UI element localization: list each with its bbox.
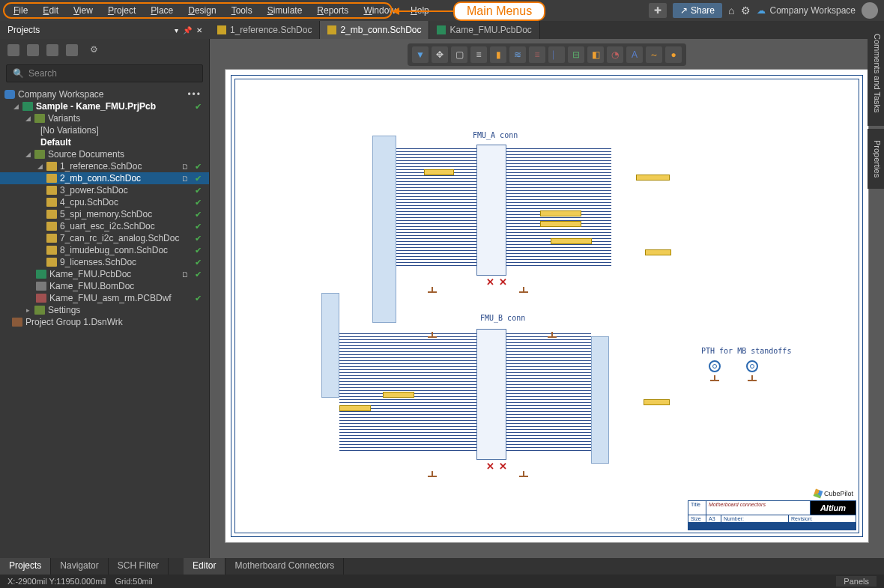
expand-icon[interactable]: ◢	[36, 163, 43, 170]
bottom-tabs: Projects Navigator SCH Filter Editor Mot…	[0, 558, 884, 575]
workspace-selector[interactable]: ☁ Company Workspace	[757, 5, 856, 16]
menu-reports[interactable]: Reports	[309, 2, 356, 19]
share-button[interactable]: ↗ Share	[673, 3, 722, 18]
tb-title-value: Motherboard connectors	[706, 501, 811, 515]
standoff	[709, 360, 721, 372]
menu-project[interactable]: Project	[100, 2, 143, 19]
doc-tab-2[interactable]: 2_mb_conn.SchDoc	[320, 21, 429, 39]
select-icon[interactable]: ▢	[451, 46, 467, 63]
tree-pcbdoc[interactable]: Kame_FMU.PcbDoc🗋✔	[0, 268, 209, 280]
menu-simulate[interactable]: Simulate	[260, 2, 310, 19]
panels-button[interactable]: Panels	[836, 576, 877, 587]
shape-icon[interactable]: ●	[665, 46, 682, 63]
notification-icon[interactable]: ✚	[649, 3, 667, 18]
standoff-title: PTH for MB standoffs	[701, 347, 791, 355]
folder-icon	[34, 306, 45, 315]
align-icon[interactable]: ≡	[470, 46, 487, 63]
more-icon[interactable]: •••	[187, 89, 205, 100]
tree-project-group[interactable]: Project Group 1.DsnWrk	[0, 316, 209, 328]
tree-pcbdwf[interactable]: Kame_FMU_asm_rm.PCBDwf✔	[0, 292, 209, 304]
home-icon[interactable]: ⌂	[728, 4, 734, 16]
toolbar-btn-1[interactable]	[7, 44, 19, 56]
canvas[interactable]: FMU_A conn	[210, 39, 884, 558]
tree-doc[interactable]: 5_spi_memory.SchDoc✔	[0, 208, 209, 220]
tree-doc[interactable]: 9_licenses.SchDoc✔	[0, 256, 209, 268]
check-icon: ✔	[195, 174, 205, 184]
expand-icon[interactable]: ◢	[12, 103, 19, 110]
connector-b	[476, 329, 506, 460]
tb-size-label: Size	[688, 515, 706, 522]
user-avatar[interactable]	[862, 2, 878, 19]
panel-pin-icon[interactable]: 📌	[183, 26, 192, 34]
sheet-icon[interactable]: ◔	[607, 46, 623, 63]
search-input[interactable]: 🔍 Search	[6, 64, 203, 82]
doc-tab-1[interactable]: 1_reference.SchDoc	[210, 21, 320, 39]
text-icon[interactable]: A	[626, 46, 643, 63]
component-icon[interactable]: ▮	[490, 46, 506, 63]
tree-doc[interactable]: ◢1_reference.SchDoc🗋✔	[0, 160, 209, 172]
tree-doc[interactable]: 6_uart_esc_i2c.SchDoc✔	[0, 220, 209, 232]
btab-projects[interactable]: Projects	[0, 558, 51, 575]
menu-edit[interactable]: Edit	[35, 2, 66, 19]
expand-icon[interactable]: ▸	[24, 306, 31, 314]
menu-design[interactable]: Design	[181, 2, 223, 19]
btab-mbconnectors[interactable]: Motherboard Connectors	[225, 558, 344, 575]
tree-no-variations[interactable]: [No Variations]	[0, 124, 209, 136]
toolbar-btn-2[interactable]	[27, 44, 39, 56]
panel-close-icon[interactable]: ✕	[196, 26, 202, 34]
menu-file[interactable]: File	[6, 2, 35, 19]
side-tab-properties[interactable]: Properties	[868, 129, 884, 189]
tree-workspace[interactable]: Company Workspace•••	[0, 88, 209, 100]
schematic-sheet[interactable]: FMU_A conn	[225, 69, 869, 543]
btab-navigator[interactable]: Navigator	[51, 558, 108, 575]
btab-editor[interactable]: Editor	[184, 558, 225, 575]
toolbar-btn-5[interactable]: ⚙	[90, 44, 98, 56]
check-icon: ✔	[195, 270, 205, 279]
gnd-symbol	[548, 332, 557, 341]
filter-icon[interactable]: ▼	[412, 46, 429, 63]
no-erc-mark: ✕	[486, 276, 494, 288]
folder-icon	[34, 150, 45, 159]
port-icon[interactable]: ⊟	[568, 46, 584, 63]
side-tab-comments[interactable]: Comments and Tasks	[868, 21, 884, 126]
schdoc-icon	[46, 174, 57, 183]
tb-title-label: Title	[688, 501, 706, 515]
netlabel-icon[interactable]: ⎸	[548, 46, 565, 63]
tree-source-docs[interactable]: ◢Source Documents	[0, 148, 209, 160]
schdoc-icon	[46, 162, 57, 171]
panel-dropdown-icon[interactable]: ▾	[175, 26, 178, 34]
projects-panel-header: Projects ▾ 📌 ✕	[0, 21, 210, 39]
wire-icon[interactable]: ≋	[509, 46, 526, 63]
tree-doc[interactable]: 3_power.SchDoc✔	[0, 184, 209, 196]
tree-project[interactable]: ◢Sample - Kame_FMU.PrjPcb✔	[0, 100, 209, 112]
menu-place[interactable]: Place	[143, 2, 181, 19]
move-icon[interactable]: ✥	[432, 46, 448, 63]
doc-tab-3[interactable]: Kame_FMU.PcbDoc	[429, 21, 539, 39]
tree-doc[interactable]: 4_cpu.SchDoc✔	[0, 196, 209, 208]
expand-icon[interactable]: ◢	[24, 115, 31, 122]
btab-schfilter[interactable]: SCH Filter	[109, 558, 169, 575]
expand-icon[interactable]: ◢	[24, 151, 31, 158]
port-tag	[383, 392, 414, 398]
gear-icon[interactable]: ⚙	[741, 4, 751, 16]
connector-a	[476, 145, 506, 276]
tree-variants[interactable]: ◢Variants	[0, 112, 209, 124]
menu-tools[interactable]: Tools	[224, 2, 260, 19]
harness-b2	[591, 336, 609, 464]
schdoc-icon	[46, 210, 57, 219]
menu-view[interactable]: View	[66, 2, 100, 19]
tree-doc[interactable]: 7_can_rc_i2c_analog.SchDoc✔	[0, 232, 209, 244]
tree-bomdoc[interactable]: Kame_FMU.BomDoc	[0, 280, 209, 292]
tree-settings[interactable]: ▸Settings	[0, 304, 209, 316]
toolbar-btn-4[interactable]	[66, 44, 78, 56]
tree-default-variant[interactable]: Default	[0, 136, 209, 148]
toolbar-btn-3[interactable]	[46, 44, 58, 56]
harness-b1	[321, 293, 339, 398]
power-icon[interactable]: ◧	[587, 46, 604, 63]
drawing-icon[interactable]: ～	[646, 46, 662, 63]
tree-doc[interactable]: 2_mb_conn.SchDoc🗋✔	[0, 172, 209, 184]
tree-doc[interactable]: 8_imudebug_conn.SchDoc✔	[0, 244, 209, 256]
port-tag	[644, 399, 670, 405]
bus-icon[interactable]: ≡	[529, 46, 545, 63]
cubepilot-icon	[814, 489, 823, 499]
